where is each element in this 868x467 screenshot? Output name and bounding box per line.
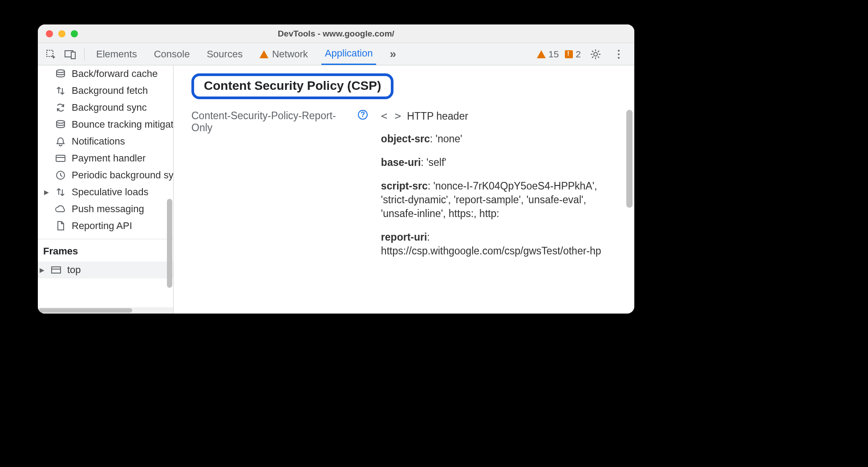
svg-rect-2 bbox=[71, 52, 75, 59]
window-icon bbox=[50, 264, 62, 276]
csp-heading: Content Security Policy (CSP) bbox=[204, 79, 381, 93]
svg-point-8 bbox=[57, 121, 65, 123]
more-menu-icon[interactable] bbox=[610, 46, 627, 63]
issue-square-icon bbox=[565, 50, 573, 58]
svg-point-6 bbox=[618, 57, 620, 59]
help-icon[interactable]: ? bbox=[358, 110, 368, 120]
svg-point-7 bbox=[57, 70, 65, 72]
sidebar-item-label: Notifications bbox=[72, 136, 125, 147]
sidebar-item-label: Speculative loads bbox=[72, 186, 148, 198]
window-zoom-button[interactable] bbox=[71, 30, 78, 37]
tab-network-label: Network bbox=[272, 48, 308, 60]
caret-right-icon: ▶ bbox=[40, 266, 44, 274]
tab-elements[interactable]: Elements bbox=[93, 43, 141, 65]
svg-rect-9 bbox=[56, 155, 65, 161]
sidebar-item-label: Bounce tracking mitigation bbox=[72, 119, 173, 130]
sidebar-item-bfcache[interactable]: Back/forward cache bbox=[38, 65, 173, 82]
sidebar-item-notifications[interactable]: Notifications bbox=[38, 133, 173, 150]
csp-directive-name: base-uri bbox=[381, 157, 421, 168]
tabs-overflow-button[interactable]: » bbox=[386, 43, 399, 65]
sidebar-item-label: Background sync bbox=[72, 102, 147, 113]
warning-triangle-icon bbox=[537, 50, 546, 58]
sidebar-item-label: Push messaging bbox=[72, 203, 144, 215]
sidebar-section-frames: Frames bbox=[38, 239, 173, 262]
csp-directive: object-src: 'none' bbox=[381, 132, 617, 146]
tab-sources[interactable]: Sources bbox=[203, 43, 246, 65]
code-brackets-icon: < > bbox=[381, 110, 402, 122]
tab-application[interactable]: Application bbox=[321, 43, 377, 65]
device-toolbar-icon[interactable] bbox=[62, 46, 79, 63]
svg-point-5 bbox=[618, 53, 620, 55]
csp-directive: report-uri: https://csp.withgoogle.com/c… bbox=[381, 230, 617, 258]
svg-point-3 bbox=[594, 52, 597, 56]
cloud-icon bbox=[55, 203, 66, 215]
warnings-counter[interactable]: 15 bbox=[537, 49, 559, 60]
database-icon bbox=[55, 119, 66, 130]
sidebar-item-reporting-api[interactable]: Reporting API bbox=[38, 217, 173, 234]
csp-directive-value: 'self' bbox=[426, 157, 446, 168]
issues-counter[interactable]: 2 bbox=[565, 49, 581, 60]
csp-policy-name: Content-Security-Policy-Report-Only bbox=[191, 110, 353, 134]
clock-icon bbox=[55, 169, 66, 181]
issues-count: 2 bbox=[576, 49, 581, 60]
csp-source-label: HTTP header bbox=[407, 110, 468, 122]
csp-directive: script-src: 'nonce-I-7rK04QpY5oeS4-HPPkh… bbox=[381, 179, 617, 221]
svg-point-4 bbox=[618, 50, 620, 52]
warning-triangle-icon bbox=[260, 50, 268, 58]
application-sidebar: Back/forward cache Background fetch Back… bbox=[38, 65, 174, 314]
sidebar-item-periodic-sync[interactable]: Periodic background sync bbox=[38, 167, 173, 184]
window-title: DevTools - www.google.com/ bbox=[38, 29, 634, 39]
sidebar-item-label: Periodic background sync bbox=[72, 169, 173, 181]
sidebar-item-background-sync[interactable]: Background sync bbox=[38, 99, 173, 116]
settings-gear-icon[interactable] bbox=[587, 46, 604, 63]
warnings-count: 15 bbox=[548, 49, 559, 60]
sidebar-item-label: Background fetch bbox=[72, 85, 148, 97]
sync-arrows-icon bbox=[55, 186, 66, 198]
csp-directive-value: 'none' bbox=[436, 133, 462, 145]
sidebar-item-bounce-tracking[interactable]: Bounce tracking mitigation bbox=[38, 116, 173, 133]
csp-directive-value: https://csp.withgoogle.com/csp/gwsTest/o… bbox=[381, 245, 601, 257]
main-content-pane: Content Security Policy (CSP) Content-Se… bbox=[174, 65, 634, 314]
credit-card-icon bbox=[55, 153, 66, 164]
csp-directive-name: script-src bbox=[381, 180, 428, 192]
sync-arrows-icon bbox=[55, 85, 66, 97]
sidebar-item-label: Payment handler bbox=[72, 153, 146, 164]
sidebar-item-payment-handler[interactable]: Payment handler bbox=[38, 150, 173, 167]
main-vertical-scrollbar[interactable] bbox=[626, 110, 633, 208]
inspect-element-icon[interactable] bbox=[42, 46, 59, 63]
sidebar-item-background-fetch[interactable]: Background fetch bbox=[38, 82, 173, 99]
csp-directive-name: report-uri bbox=[381, 231, 427, 243]
window-close-button[interactable] bbox=[46, 30, 53, 37]
csp-heading-highlight: Content Security Policy (CSP) bbox=[191, 73, 393, 99]
sidebar-item-label: Reporting API bbox=[72, 220, 132, 232]
devtools-tabstrip: Elements Console Sources Network Applica… bbox=[38, 43, 634, 65]
tab-console[interactable]: Console bbox=[150, 43, 194, 65]
csp-directive-name: object-src bbox=[381, 133, 430, 145]
toolbar-separator bbox=[84, 48, 85, 60]
bell-icon bbox=[55, 136, 66, 147]
file-icon bbox=[55, 220, 66, 232]
csp-directive: base-uri: 'self' bbox=[381, 156, 617, 169]
caret-right-icon: ▶ bbox=[44, 189, 49, 196]
sidebar-horizontal-scrollbar[interactable] bbox=[38, 307, 173, 314]
refresh-icon bbox=[55, 102, 66, 113]
database-icon bbox=[55, 68, 66, 80]
sidebar-item-push-messaging[interactable]: Push messaging bbox=[38, 201, 173, 217]
svg-rect-12 bbox=[52, 267, 61, 273]
sidebar-vertical-scrollbar[interactable] bbox=[167, 199, 172, 288]
titlebar: DevTools - www.google.com/ bbox=[38, 24, 634, 43]
sidebar-frame-top[interactable]: ▶ top bbox=[38, 262, 173, 278]
sidebar-frame-label: top bbox=[67, 264, 81, 276]
window-minimize-button[interactable] bbox=[58, 30, 65, 37]
sidebar-item-speculative-loads[interactable]: ▶ Speculative loads bbox=[38, 184, 173, 201]
devtools-window: DevTools - www.google.com/ Elements Cons… bbox=[38, 24, 634, 314]
tab-network[interactable]: Network bbox=[256, 43, 312, 65]
sidebar-item-label: Back/forward cache bbox=[72, 68, 158, 80]
